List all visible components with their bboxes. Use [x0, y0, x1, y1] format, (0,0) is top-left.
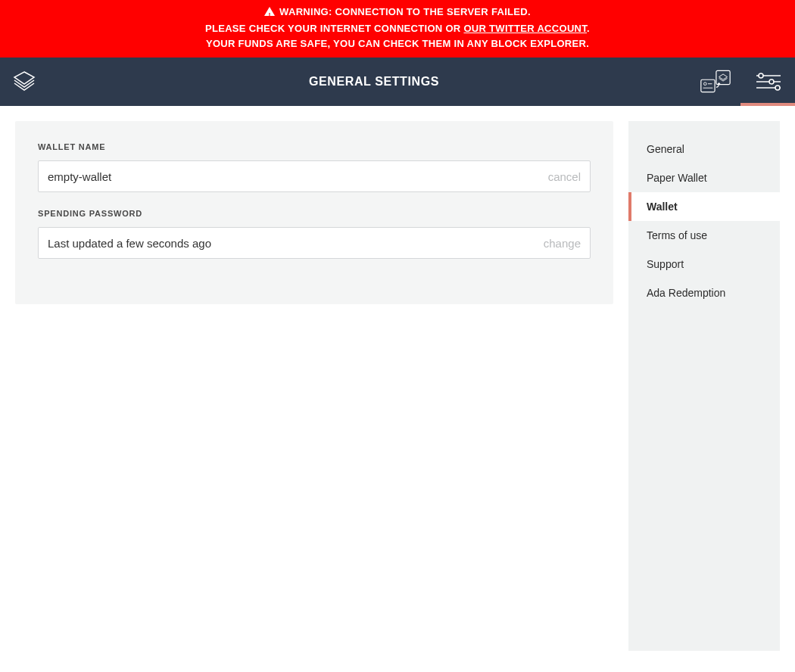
sidebar-item-ada-redemption[interactable]: Ada Redemption [628, 278, 780, 307]
warning-icon [264, 7, 275, 16]
svg-point-6 [769, 79, 774, 84]
warning-line1: WARNING: CONNECTION TO THE SERVER FAILED… [279, 5, 531, 20]
sidebar-item-support[interactable]: Support [628, 250, 780, 278]
wallet-name-row: cancel [38, 160, 591, 192]
paper-wallet-button[interactable] [700, 58, 731, 106]
svg-rect-1 [701, 79, 715, 92]
change-button[interactable]: change [544, 237, 581, 250]
page-title: GENERAL SETTINGS [48, 75, 700, 89]
warning-line2-suffix: . [587, 23, 590, 34]
settings-sidebar: General Paper Wallet Wallet Terms of use… [628, 121, 780, 651]
spending-password-label: SPENDING PASSWORD [38, 209, 591, 218]
svg-point-8 [775, 86, 780, 90]
warning-line2-prefix: PLEASE CHECK YOUR INTERNET CONNECTION OR [205, 23, 463, 34]
sliders-icon [756, 73, 781, 91]
wallet-name-label: WALLET NAME [38, 142, 591, 151]
topbar: GENERAL SETTINGS [0, 58, 795, 106]
settings-button[interactable] [753, 58, 784, 106]
sidebar-item-paper-wallet[interactable]: Paper Wallet [628, 163, 780, 192]
warning-banner: WARNING: CONNECTION TO THE SERVER FAILED… [0, 0, 795, 58]
spending-password-status: Last updated a few seconds ago [48, 237, 544, 250]
paper-wallet-icon [700, 69, 731, 95]
sidebar-item-wallet[interactable]: Wallet [628, 192, 780, 221]
sidebar-item-general[interactable]: General [628, 135, 780, 163]
svg-rect-0 [716, 70, 730, 84]
app-logo[interactable] [0, 70, 48, 93]
wallet-name-input[interactable] [48, 170, 548, 183]
svg-point-4 [759, 73, 763, 78]
spending-password-row: Last updated a few seconds ago change [38, 227, 591, 259]
cancel-button[interactable]: cancel [548, 170, 581, 183]
active-tab-indicator [740, 103, 795, 106]
warning-line3: YOUR FUNDS ARE SAFE, YOU CAN CHECK THEM … [0, 36, 795, 51]
sidebar-item-terms-of-use[interactable]: Terms of use [628, 221, 780, 250]
twitter-link[interactable]: OUR TWITTER ACCOUNT [463, 23, 587, 34]
settings-card: WALLET NAME cancel SPENDING PASSWORD Las… [15, 121, 613, 304]
logo-icon [13, 70, 36, 93]
